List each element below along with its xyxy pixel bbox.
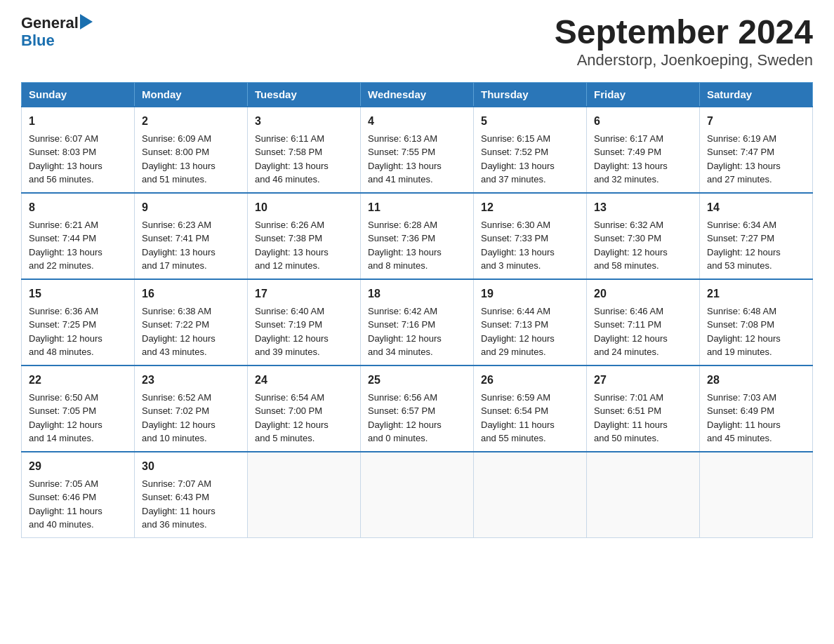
day-number: 30 xyxy=(142,458,240,475)
daylight-duration-cont: and 12 minutes. xyxy=(255,259,353,273)
daylight-duration: Daylight: 12 hours xyxy=(142,418,240,432)
daylight-duration-cont: and 56 minutes. xyxy=(29,173,127,187)
daylight-duration-cont: and 41 minutes. xyxy=(368,173,466,187)
sunset-time: Sunset: 7:05 PM xyxy=(29,404,127,418)
daylight-duration: Daylight: 12 hours xyxy=(255,418,353,432)
day-number: 14 xyxy=(707,199,805,216)
calendar-week-row: 29Sunrise: 7:05 AMSunset: 6:46 PMDayligh… xyxy=(22,452,813,538)
sunrise-time: Sunrise: 6:17 AM xyxy=(594,132,692,146)
sunrise-time: Sunrise: 6:48 AM xyxy=(707,304,805,318)
day-number: 17 xyxy=(255,286,353,302)
calendar-cell: 3Sunrise: 6:11 AMSunset: 7:58 PMDaylight… xyxy=(248,107,361,193)
daylight-duration: Daylight: 12 hours xyxy=(481,332,579,346)
calendar-header-row: SundayMondayTuesdayWednesdayThursdayFrid… xyxy=(22,82,813,107)
sunrise-time: Sunrise: 7:01 AM xyxy=(594,391,692,405)
calendar-cell xyxy=(700,452,813,538)
daylight-duration: Daylight: 11 hours xyxy=(142,504,240,518)
day-number: 8 xyxy=(29,199,127,216)
daylight-duration: Daylight: 12 hours xyxy=(707,332,805,346)
sunset-time: Sunset: 7:08 PM xyxy=(707,318,805,332)
day-number: 1 xyxy=(29,113,127,130)
daylight-duration: Daylight: 11 hours xyxy=(707,418,805,432)
calendar-cell: 11Sunrise: 6:28 AMSunset: 7:36 PMDayligh… xyxy=(361,193,474,279)
calendar-cell: 5Sunrise: 6:15 AMSunset: 7:52 PMDaylight… xyxy=(474,107,587,193)
day-number: 10 xyxy=(255,199,353,216)
daylight-duration-cont: and 24 minutes. xyxy=(594,345,692,359)
daylight-duration: Daylight: 11 hours xyxy=(29,504,127,518)
sunset-time: Sunset: 7:33 PM xyxy=(481,232,579,246)
daylight-duration-cont: and 0 minutes. xyxy=(368,431,466,445)
sunrise-time: Sunrise: 6:50 AM xyxy=(29,391,127,405)
calendar-cell: 29Sunrise: 7:05 AMSunset: 6:46 PMDayligh… xyxy=(22,452,135,538)
daylight-duration-cont: and 37 minutes. xyxy=(481,173,579,187)
page-title: September 2024 xyxy=(555,14,813,51)
sunrise-time: Sunrise: 6:26 AM xyxy=(255,218,353,232)
daylight-duration: Daylight: 13 hours xyxy=(481,159,579,173)
sunrise-time: Sunrise: 6:30 AM xyxy=(481,218,579,232)
logo-blue: Blue xyxy=(21,32,55,49)
sunset-time: Sunset: 7:38 PM xyxy=(255,232,353,246)
calendar-cell: 17Sunrise: 6:40 AMSunset: 7:19 PMDayligh… xyxy=(248,279,361,365)
calendar-header-thursday: Thursday xyxy=(474,82,587,107)
sunset-time: Sunset: 7:25 PM xyxy=(29,318,127,332)
daylight-duration-cont: and 58 minutes. xyxy=(594,259,692,273)
day-number: 24 xyxy=(255,372,353,389)
day-number: 5 xyxy=(481,113,579,130)
day-number: 20 xyxy=(594,286,692,302)
logo-general: General xyxy=(21,15,79,32)
sunset-time: Sunset: 6:54 PM xyxy=(481,404,579,418)
sunset-time: Sunset: 7:47 PM xyxy=(707,145,805,159)
calendar-cell: 18Sunrise: 6:42 AMSunset: 7:16 PMDayligh… xyxy=(361,279,474,365)
daylight-duration-cont: and 46 minutes. xyxy=(255,173,353,187)
daylight-duration-cont: and 10 minutes. xyxy=(142,431,240,445)
daylight-duration: Daylight: 12 hours xyxy=(142,332,240,346)
daylight-duration: Daylight: 13 hours xyxy=(481,246,579,260)
calendar-cell: 13Sunrise: 6:32 AMSunset: 7:30 PMDayligh… xyxy=(587,193,700,279)
daylight-duration-cont: and 53 minutes. xyxy=(707,259,805,273)
sunset-time: Sunset: 7:00 PM xyxy=(255,404,353,418)
sunset-time: Sunset: 7:44 PM xyxy=(29,232,127,246)
daylight-duration: Daylight: 13 hours xyxy=(142,159,240,173)
page-subtitle: Anderstorp, Joenkoeping, Sweden xyxy=(555,51,813,69)
calendar-header-friday: Friday xyxy=(587,82,700,107)
daylight-duration-cont: and 43 minutes. xyxy=(142,345,240,359)
daylight-duration: Daylight: 13 hours xyxy=(594,159,692,173)
daylight-duration: Daylight: 12 hours xyxy=(707,246,805,260)
sunrise-time: Sunrise: 6:13 AM xyxy=(368,132,466,146)
calendar-header-tuesday: Tuesday xyxy=(248,82,361,107)
sunrise-time: Sunrise: 6:15 AM xyxy=(481,132,579,146)
sunrise-time: Sunrise: 6:52 AM xyxy=(142,391,240,405)
calendar-cell: 21Sunrise: 6:48 AMSunset: 7:08 PMDayligh… xyxy=(700,279,813,365)
calendar-cell: 24Sunrise: 6:54 AMSunset: 7:00 PMDayligh… xyxy=(248,365,361,452)
daylight-duration-cont: and 55 minutes. xyxy=(481,431,579,445)
sunset-time: Sunset: 6:46 PM xyxy=(29,490,127,504)
daylight-duration: Daylight: 12 hours xyxy=(368,418,466,432)
daylight-duration: Daylight: 12 hours xyxy=(255,332,353,346)
calendar-cell: 12Sunrise: 6:30 AMSunset: 7:33 PMDayligh… xyxy=(474,193,587,279)
day-number: 23 xyxy=(142,372,240,389)
day-number: 26 xyxy=(481,372,579,389)
daylight-duration-cont: and 14 minutes. xyxy=(29,431,127,445)
calendar-cell: 25Sunrise: 6:56 AMSunset: 6:57 PMDayligh… xyxy=(361,365,474,452)
day-number: 25 xyxy=(368,372,466,389)
daylight-duration-cont: and 19 minutes. xyxy=(707,345,805,359)
day-number: 13 xyxy=(594,199,692,216)
calendar-week-row: 15Sunrise: 6:36 AMSunset: 7:25 PMDayligh… xyxy=(22,279,813,365)
day-number: 28 xyxy=(707,372,805,389)
sunrise-time: Sunrise: 6:46 AM xyxy=(594,304,692,318)
day-number: 12 xyxy=(481,199,579,216)
calendar-cell: 8Sunrise: 6:21 AMSunset: 7:44 PMDaylight… xyxy=(22,193,135,279)
daylight-duration-cont: and 36 minutes. xyxy=(142,518,240,532)
sunset-time: Sunset: 7:27 PM xyxy=(707,232,805,246)
daylight-duration: Daylight: 13 hours xyxy=(368,246,466,260)
daylight-duration-cont: and 3 minutes. xyxy=(481,259,579,273)
sunset-time: Sunset: 7:58 PM xyxy=(255,145,353,159)
calendar-cell: 28Sunrise: 7:03 AMSunset: 6:49 PMDayligh… xyxy=(700,365,813,452)
sunset-time: Sunset: 7:36 PM xyxy=(368,232,466,246)
calendar-cell: 10Sunrise: 6:26 AMSunset: 7:38 PMDayligh… xyxy=(248,193,361,279)
daylight-duration-cont: and 27 minutes. xyxy=(707,173,805,187)
calendar-cell xyxy=(587,452,700,538)
daylight-duration: Daylight: 12 hours xyxy=(29,332,127,346)
daylight-duration: Daylight: 13 hours xyxy=(29,246,127,260)
daylight-duration: Daylight: 12 hours xyxy=(594,332,692,346)
